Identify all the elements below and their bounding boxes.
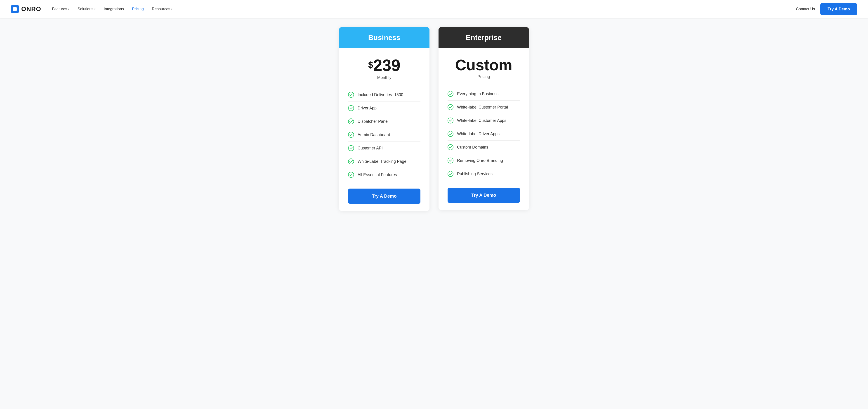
svg-point-8 bbox=[448, 104, 453, 110]
enterprise-try-demo-button[interactable]: Try A Demo bbox=[447, 188, 520, 203]
nav-item-features: Features ▾ bbox=[52, 7, 69, 11]
nav-link-pricing[interactable]: Pricing bbox=[132, 7, 144, 11]
svg-point-11 bbox=[448, 145, 453, 150]
list-item: Everything In Business bbox=[447, 87, 520, 101]
check-icon bbox=[348, 172, 354, 178]
svg-point-5 bbox=[348, 159, 354, 164]
enterprise-card-footer: Try A Demo bbox=[438, 181, 529, 210]
list-item: Admin Dashboard bbox=[348, 128, 421, 141]
check-icon bbox=[348, 158, 354, 164]
check-icon bbox=[447, 158, 454, 163]
enterprise-card-header: Enterprise bbox=[438, 27, 529, 48]
list-item: Publishing Services bbox=[447, 167, 520, 181]
svg-point-13 bbox=[448, 171, 453, 177]
business-price: $239 bbox=[348, 57, 421, 73]
list-item: All Essential Features bbox=[348, 168, 421, 181]
list-item: Included Deliveries: 1500 bbox=[348, 88, 421, 101]
svg-point-12 bbox=[448, 158, 453, 163]
nav-item-solutions: Solutions ▾ bbox=[78, 7, 96, 11]
nav-try-demo-button[interactable]: Try A Demo bbox=[820, 3, 857, 15]
check-icon bbox=[447, 144, 454, 150]
enterprise-title: Enterprise bbox=[443, 33, 524, 42]
check-icon bbox=[348, 92, 354, 98]
business-try-demo-button[interactable]: Try A Demo bbox=[348, 189, 421, 204]
nav-link-resources[interactable]: Resources ▾ bbox=[152, 7, 173, 11]
enterprise-price-custom: Custom bbox=[447, 57, 520, 72]
logo[interactable]: ONRO bbox=[11, 5, 41, 13]
svg-point-7 bbox=[448, 91, 453, 97]
check-icon bbox=[348, 145, 354, 151]
list-item: White-Label Tracking Page bbox=[348, 155, 421, 168]
list-item: White-label Customer Portal bbox=[447, 101, 520, 114]
business-features-list: Included Deliveries: 1500 Driver App Dis… bbox=[348, 88, 421, 181]
check-icon bbox=[348, 119, 354, 124]
navbar-left: ONRO Features ▾ Solutions ▾ Integrations bbox=[11, 5, 173, 13]
list-item: Custom Domains bbox=[447, 140, 520, 154]
check-icon bbox=[447, 171, 454, 177]
business-price-section: $239 Monthly bbox=[348, 57, 421, 80]
check-icon bbox=[447, 91, 454, 97]
svg-point-0 bbox=[348, 92, 354, 97]
svg-point-4 bbox=[348, 146, 354, 151]
list-item: Dispatcher Panel bbox=[348, 115, 421, 128]
business-card: Business $239 Monthly Included Deliverie… bbox=[339, 27, 430, 211]
business-card-header: Business bbox=[339, 27, 430, 48]
business-title: Business bbox=[344, 33, 425, 42]
nav-link-solutions[interactable]: Solutions ▾ bbox=[78, 7, 96, 11]
logo-icon bbox=[11, 5, 19, 13]
svg-point-10 bbox=[448, 131, 453, 136]
list-item: White-label Customer Apps bbox=[447, 114, 520, 127]
enterprise-card-body: Custom Pricing Everything In Business bbox=[438, 48, 529, 181]
svg-point-9 bbox=[448, 118, 453, 123]
enterprise-price-section: Custom Pricing bbox=[447, 57, 520, 79]
enterprise-card: Enterprise Custom Pricing Everything In … bbox=[438, 27, 529, 210]
business-price-amount: 239 bbox=[373, 56, 400, 74]
svg-point-3 bbox=[348, 132, 354, 137]
navbar: ONRO Features ▾ Solutions ▾ Integrations bbox=[0, 0, 868, 18]
svg-point-2 bbox=[348, 119, 354, 124]
check-icon bbox=[447, 131, 454, 137]
list-item: Driver App bbox=[348, 101, 421, 115]
enterprise-price-sub: Pricing bbox=[447, 74, 520, 79]
logo-text: ONRO bbox=[21, 5, 41, 13]
nav-item-pricing: Pricing bbox=[132, 7, 144, 11]
chevron-down-icon: ▾ bbox=[68, 8, 69, 11]
business-price-period: Monthly bbox=[348, 75, 421, 80]
navbar-right: Contact Us Try A Demo bbox=[796, 3, 857, 15]
pricing-section: Business $239 Monthly Included Deliverie… bbox=[0, 18, 868, 229]
chevron-down-icon: ▾ bbox=[171, 8, 173, 11]
list-item: White-label Driver Apps bbox=[447, 127, 520, 140]
svg-point-1 bbox=[348, 105, 354, 111]
business-card-body: $239 Monthly Included Deliveries: 1500 bbox=[339, 48, 430, 181]
check-icon bbox=[447, 104, 454, 110]
nav-item-resources: Resources ▾ bbox=[152, 7, 173, 11]
business-card-footer: Try A Demo bbox=[339, 181, 430, 211]
check-icon bbox=[348, 132, 354, 138]
nav-link-features[interactable]: Features ▾ bbox=[52, 7, 69, 11]
check-icon bbox=[447, 118, 454, 123]
contact-link[interactable]: Contact Us bbox=[796, 7, 815, 11]
nav-link-integrations[interactable]: Integrations bbox=[104, 7, 124, 11]
chevron-down-icon: ▾ bbox=[94, 8, 96, 11]
nav-links: Features ▾ Solutions ▾ Integrations Pric… bbox=[52, 7, 173, 11]
enterprise-features-list: Everything In Business White-label Custo… bbox=[447, 87, 520, 181]
check-icon bbox=[348, 105, 354, 111]
business-price-symbol: $ bbox=[368, 60, 373, 69]
list-item: Customer API bbox=[348, 141, 421, 155]
svg-point-6 bbox=[348, 172, 354, 178]
list-item: Removing Onro Branding bbox=[447, 154, 520, 167]
nav-item-integrations: Integrations bbox=[104, 7, 124, 11]
